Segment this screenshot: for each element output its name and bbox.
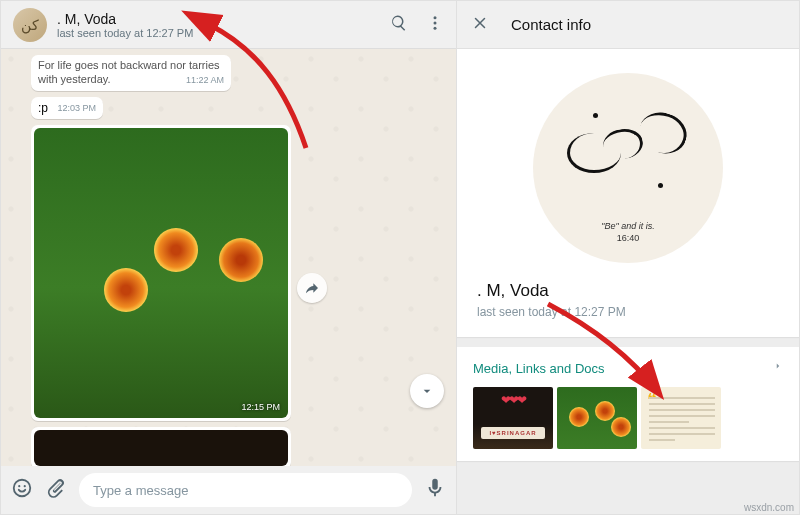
message-input[interactable]: Type a message	[79, 473, 412, 507]
media-title: Media, Links and Docs	[473, 361, 605, 376]
chat-header[interactable]: كن . M, Voda last seen today at 12:27 PM	[1, 1, 456, 49]
avatar[interactable]: كن	[13, 8, 47, 42]
media-thumb-3[interactable]: ❝	[641, 387, 721, 449]
message-image-dark[interactable]	[31, 427, 291, 467]
attach-icon[interactable]	[45, 477, 67, 503]
chat-body[interactable]: For life goes not backward nor tarries w…	[1, 49, 456, 466]
contact-info-header: Contact info	[457, 1, 799, 49]
svg-point-1	[434, 21, 437, 24]
svg-point-2	[434, 26, 437, 29]
svg-point-3	[14, 480, 31, 497]
message-composer: Type a message	[1, 466, 456, 514]
svg-point-4	[18, 485, 20, 487]
media-thumb-1[interactable]: ❤❤❤ I♥SRINAGAR	[473, 387, 553, 449]
media-thumb-2[interactable]	[557, 387, 637, 449]
chat-header-title[interactable]: . M, Voda last seen today at 12:27 PM	[57, 11, 390, 39]
panel-title: Contact info	[511, 16, 591, 33]
image-flowers: 12:15 PM	[34, 128, 288, 418]
forward-icon[interactable]	[297, 273, 327, 303]
scroll-down-button[interactable]	[410, 374, 444, 408]
profile-picture[interactable]: "Be" and it is. 16:40	[533, 73, 723, 263]
contact-name: . M, Voda	[57, 11, 390, 27]
message-image[interactable]: 12:15 PM	[31, 125, 291, 421]
search-icon[interactable]	[390, 14, 408, 36]
message-small[interactable]: :p 12:03 PM	[31, 97, 103, 119]
profile-status: last seen today at 12:27 PM	[477, 305, 779, 319]
media-links-docs-card[interactable]: Media, Links and Docs ❤❤❤ I♥SRINAGAR ❝	[457, 347, 799, 461]
profile-name: . M, Voda	[477, 281, 779, 301]
menu-icon[interactable]	[426, 14, 444, 36]
message-quote[interactable]: For life goes not backward nor tarries w…	[31, 55, 231, 91]
profile-card: "Be" and it is. 16:40 . M, Voda last see…	[457, 49, 799, 337]
close-icon[interactable]	[471, 14, 489, 36]
image-dark	[34, 430, 288, 466]
input-placeholder: Type a message	[93, 483, 188, 498]
contact-info-panel: Contact info "Be" and it is. 16:40 . M, …	[457, 1, 799, 514]
media-thumbnails: ❤❤❤ I♥SRINAGAR ❝	[473, 387, 783, 449]
svg-point-5	[24, 485, 26, 487]
calligraphy-art	[563, 107, 692, 198]
mic-icon[interactable]	[424, 477, 446, 503]
contact-info-body[interactable]: "Be" and it is. 16:40 . M, Voda last see…	[457, 49, 799, 514]
message-time: 11:22 AM	[186, 75, 224, 86]
emoji-icon[interactable]	[11, 477, 33, 503]
svg-point-0	[434, 16, 437, 19]
chat-panel: كن . M, Voda last seen today at 12:27 PM…	[1, 1, 457, 514]
pic-caption-1: "Be" and it is.	[533, 221, 723, 231]
chevron-right-icon[interactable]	[773, 359, 783, 377]
message-time: 12:15 PM	[241, 402, 280, 412]
message-text: :p	[38, 101, 48, 115]
pic-caption-2: 16:40	[533, 233, 723, 243]
message-time: 12:03 PM	[57, 103, 96, 113]
contact-status: last seen today at 12:27 PM	[57, 27, 390, 39]
watermark: wsxdn.com	[744, 502, 794, 513]
